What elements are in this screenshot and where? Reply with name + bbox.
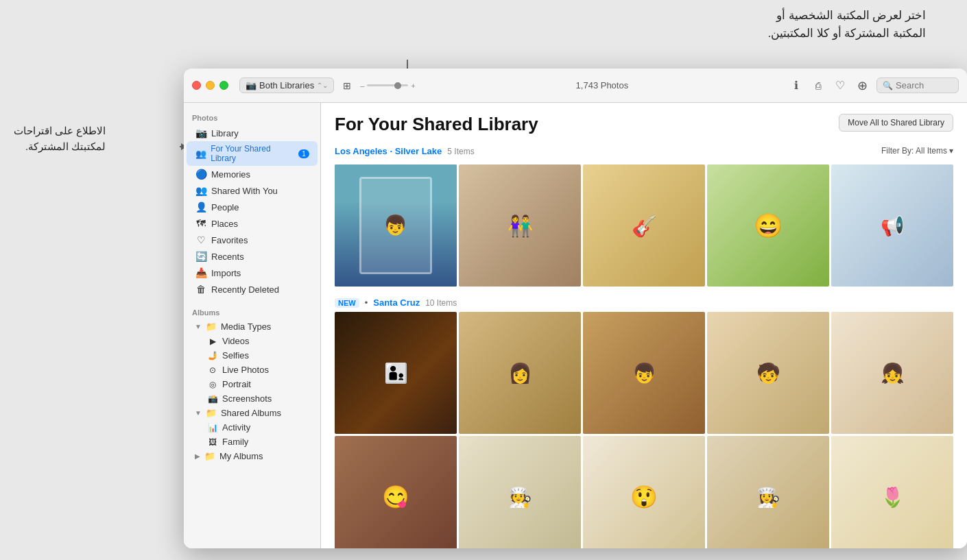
photo-cell[interactable]: 😄 xyxy=(707,165,829,287)
shared-albums-folder-icon: 📁 xyxy=(206,408,217,418)
filter-label: Filter By: All Items xyxy=(881,146,947,156)
activity-icon: 📊 xyxy=(207,423,218,433)
search-icon: 🔍 xyxy=(883,81,893,90)
sidebar-item-label: Activity xyxy=(222,422,250,433)
sidebar-group-media-types[interactable]: ▼ 📁 Media Types xyxy=(187,319,318,334)
sidebar-group-my-albums[interactable]: ▶ 📁 My Albums xyxy=(187,449,318,463)
shared-library-icon: 👥 xyxy=(195,149,206,159)
section2-location: Santa Cruz xyxy=(373,297,420,308)
selfies-icon: 🤳 xyxy=(207,351,218,361)
zoom-plus-icon: + xyxy=(411,82,415,90)
sidebar-item-family[interactable]: 🖼 Family xyxy=(187,435,318,449)
photo-grid-section1: 👦 👫 🎸 xyxy=(335,165,953,287)
memories-icon: 🔵 xyxy=(195,169,207,180)
shared-with-you-icon: 👥 xyxy=(195,185,207,196)
videos-icon: ▶ xyxy=(207,337,218,346)
sidebar-item-favorites[interactable]: ♡ Favorites xyxy=(187,232,318,248)
sidebar-item-label: Family xyxy=(222,437,248,447)
titlebar-center: 1,743 Photos xyxy=(421,80,783,90)
sidebar-item-people[interactable]: 👤 People xyxy=(187,199,318,215)
photo-cell[interactable]: 🧑‍🍳 xyxy=(459,436,581,548)
sidebar-item-videos[interactable]: ▶ Videos xyxy=(187,334,318,348)
sidebar-item-recently-deleted[interactable]: 🗑 Recently Deleted xyxy=(187,281,318,297)
sidebar-item-for-your-shared-library[interactable]: 👥 For Your Shared Library 1 xyxy=(187,141,318,166)
section1-location: Los Angeles · Silver Lake xyxy=(335,146,442,156)
photo-cell[interactable]: 👩‍🍳 xyxy=(707,436,829,548)
sidebar-item-screenshots[interactable]: 📸 Screenshots xyxy=(187,391,318,406)
new-badge: NEW xyxy=(335,298,359,308)
photo-cell[interactable]: 🌷 xyxy=(831,436,953,548)
add-button[interactable]: ⊕ xyxy=(855,78,870,93)
titlebar: 📷 Both Libraries ⌃⌄ ⊞ – + 1,743 Photos ℹ… xyxy=(184,69,967,103)
photo-cell[interactable]: 😲 xyxy=(583,436,705,548)
close-button[interactable] xyxy=(192,81,201,90)
section2-header: NEW • Santa Cruz 10 Items xyxy=(335,297,953,308)
sidebar-group-shared-albums[interactable]: ▼ 📁 Shared Albums xyxy=(187,406,318,420)
sidebar-group-label: My Albums xyxy=(219,451,263,461)
share-button[interactable]: ⎙ xyxy=(811,78,826,93)
sidebar-item-label: Selfies xyxy=(222,350,249,361)
sidebar-item-label: Recently Deleted xyxy=(211,284,279,295)
sidebar-item-selfies[interactable]: 🤳 Selfies xyxy=(187,348,318,363)
search-input[interactable] xyxy=(896,80,951,90)
favorite-button[interactable]: ♡ xyxy=(833,78,848,93)
photo-cell[interactable]: 😋 xyxy=(335,436,457,548)
main-header: For Your Shared Library Move All to Shar… xyxy=(335,114,953,135)
zoom-minus-icon: – xyxy=(360,82,364,90)
sidebar-item-label: People xyxy=(211,202,239,212)
library-selector[interactable]: 📷 Both Libraries ⌃⌄ xyxy=(239,77,334,93)
filter-button[interactable]: Filter By: All Items ▾ xyxy=(881,146,953,156)
imports-icon: 📥 xyxy=(195,267,207,278)
photo-cell[interactable]: 🧒 xyxy=(707,312,829,434)
info-button[interactable]: ℹ xyxy=(789,78,804,93)
photo-count: 1,743 Photos xyxy=(576,80,629,90)
photo-grid-section2-row2: 😋 🧑‍🍳 😲 👩‍🍳 xyxy=(335,436,953,548)
photo-cell[interactable]: 🎸 xyxy=(583,165,705,287)
sidebar-item-places[interactable]: 🗺 Places xyxy=(187,215,318,232)
chevron-down-icon: ⌃⌄ xyxy=(317,82,328,89)
library-icon: 📷 xyxy=(195,127,207,138)
main-window: 📷 Both Libraries ⌃⌄ ⊞ – + 1,743 Photos ℹ… xyxy=(184,69,967,548)
photo-cell[interactable]: 📢 xyxy=(831,165,953,287)
fullscreen-button[interactable] xyxy=(219,81,228,90)
annotation-top: اختر لعرض المكتبة الشخصية أو المكتبة الم… xyxy=(767,7,926,42)
sidebar-item-recents[interactable]: 🔄 Recents xyxy=(187,248,318,265)
family-icon: 🖼 xyxy=(207,437,218,447)
search-box[interactable]: 🔍 xyxy=(876,77,959,93)
favorites-icon: ♡ xyxy=(195,234,207,245)
photo-cell[interactable]: 👩 xyxy=(459,312,581,434)
sidebar-item-activity[interactable]: 📊 Activity xyxy=(187,420,318,435)
photo-cell[interactable]: 👫 xyxy=(459,165,581,287)
sidebar-section-albums: Albums xyxy=(184,303,320,319)
my-albums-folder-icon: 📁 xyxy=(204,451,215,461)
photo-grid-section2-row1: 👨‍👦 👩 👦 🧒 xyxy=(335,312,953,434)
content-area: Photos 📷 Library 👥 For Your Shared Libra… xyxy=(184,103,967,548)
minimize-button[interactable] xyxy=(206,81,215,90)
people-icon: 👤 xyxy=(195,202,207,212)
sidebar-item-memories[interactable]: 🔵 Memories xyxy=(187,166,318,182)
photo-cell[interactable]: 👦 xyxy=(583,312,705,434)
photo-cell[interactable]: 👧 xyxy=(831,312,953,434)
sidebar-item-library[interactable]: 📷 Library xyxy=(187,125,318,141)
sidebar-item-imports[interactable]: 📥 Imports xyxy=(187,265,318,281)
chevron-down-icon: ▼ xyxy=(195,323,202,330)
section1-count: 5 Items xyxy=(447,147,474,156)
sidebar-item-label: Videos xyxy=(222,336,250,346)
photo-cell[interactable]: 👦 xyxy=(335,165,457,287)
media-types-folder-icon: 📁 xyxy=(206,321,217,332)
move-all-button[interactable]: Move All to Shared Library xyxy=(839,114,953,132)
sidebar-item-label: Portrait xyxy=(222,379,251,389)
sidebar-item-label: Shared With You xyxy=(211,186,278,196)
recents-icon: 🔄 xyxy=(195,251,207,262)
sidebar-item-shared-with-you[interactable]: 👥 Shared With You xyxy=(187,182,318,199)
library-selector-label: Both Libraries xyxy=(259,80,314,90)
sidebar-item-portrait[interactable]: ◎ Portrait xyxy=(187,377,318,391)
photo-main-area: For Your Shared Library Move All to Shar… xyxy=(321,103,967,548)
sidebar-item-live-photos[interactable]: ⊙ Live Photos xyxy=(187,363,318,377)
photo-cell[interactable]: 👨‍👦 xyxy=(335,312,457,434)
screenshots-icon: 📸 xyxy=(207,394,218,404)
view-toggle-icon[interactable]: ⊞ xyxy=(339,78,355,93)
zoom-slider[interactable]: – + xyxy=(360,82,416,90)
library-icon: 📷 xyxy=(246,80,256,90)
live-photos-icon: ⊙ xyxy=(207,365,218,375)
